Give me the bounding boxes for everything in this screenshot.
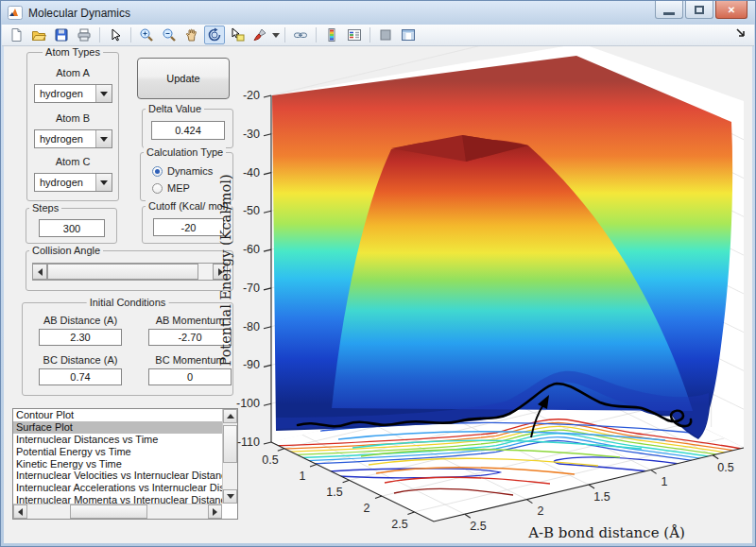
svg-text:1.5: 1.5 bbox=[326, 486, 342, 499]
brush-dropdown-caret[interactable] bbox=[272, 26, 280, 44]
new-file-button[interactable] bbox=[6, 26, 26, 44]
horizontal-scroll-thumb[interactable] bbox=[70, 504, 147, 519]
insert-legend-button[interactable] bbox=[344, 26, 365, 44]
atom-b-dropdown[interactable]: hydrogen bbox=[34, 129, 112, 148]
arrow-left-icon bbox=[38, 268, 43, 276]
toolbar-separator bbox=[99, 27, 100, 43]
chevron-down-icon bbox=[272, 33, 280, 38]
save-button[interactable] bbox=[51, 26, 72, 44]
update-button-label: Update bbox=[166, 73, 199, 84]
pan-button[interactable] bbox=[181, 26, 202, 44]
scroll-left-button[interactable] bbox=[13, 504, 27, 519]
hide-plot-tools-button[interactable] bbox=[375, 26, 396, 44]
list-item[interactable]: Internuclear Accelerations vs Internucle… bbox=[13, 482, 222, 494]
save-floppy-icon bbox=[54, 27, 69, 43]
surface-plot-axes[interactable]: -20 -30 -40 -50 -60 -70 -80 -90 -100 -11… bbox=[215, 46, 752, 543]
svg-text:1.5: 1.5 bbox=[593, 490, 610, 504]
print-button[interactable] bbox=[74, 26, 94, 44]
atom-c-value: hydrogen bbox=[40, 177, 83, 188]
svg-text:-70: -70 bbox=[243, 282, 260, 295]
ab-distance-label: AB Distance (A) bbox=[39, 315, 122, 326]
collision-angle-slider[interactable] bbox=[32, 263, 228, 281]
brush-button[interactable] bbox=[249, 26, 270, 44]
radio-unselected-icon bbox=[152, 183, 163, 194]
z-axis-label: Potential Energy (Kcal/mol) bbox=[218, 174, 233, 366]
pan-hand-icon bbox=[184, 27, 199, 43]
toolbar-separator bbox=[130, 27, 131, 43]
collision-angle-group: Collision Angle bbox=[26, 250, 233, 291]
figure-toolbar bbox=[2, 25, 754, 46]
cutoff-field[interactable] bbox=[153, 218, 224, 236]
maximize-button[interactable] bbox=[685, 1, 713, 19]
zoom-out-button[interactable] bbox=[159, 26, 180, 44]
insert-colorbar-button[interactable] bbox=[321, 26, 342, 44]
steps-group: Steps bbox=[26, 208, 117, 244]
rotate-3d-icon bbox=[207, 27, 222, 43]
svg-text:1: 1 bbox=[300, 470, 306, 483]
dock-figure-icon[interactable] bbox=[736, 28, 747, 39]
slider-left-arrow[interactable] bbox=[32, 264, 47, 280]
show-plot-tools-button[interactable] bbox=[398, 26, 419, 44]
steps-field[interactable] bbox=[39, 219, 105, 237]
list-item[interactable]: Potential Energy vs Time bbox=[13, 446, 222, 458]
maximize-icon bbox=[695, 6, 704, 14]
zoom-in-button[interactable] bbox=[136, 26, 157, 44]
svg-text:-90: -90 bbox=[243, 358, 260, 371]
minimize-icon bbox=[663, 12, 675, 15]
svg-text:-30: -30 bbox=[243, 128, 260, 141]
list-item[interactable]: Internuclear Distances vs Time bbox=[13, 434, 222, 446]
link-plot-button[interactable] bbox=[290, 26, 311, 44]
plot-type-listbox[interactable]: Contour Plot Surface Plot Internuclear D… bbox=[12, 408, 238, 520]
ab-distance-field[interactable] bbox=[39, 329, 122, 346]
link-chain-icon bbox=[293, 27, 308, 43]
window-title: Molecular Dynamics bbox=[28, 7, 130, 20]
svg-text:2: 2 bbox=[538, 504, 544, 518]
dropdown-arrow-icon[interactable] bbox=[95, 174, 112, 191]
svg-text:2.5: 2.5 bbox=[470, 520, 486, 533]
z-tick-labels: -20 -30 -40 -50 -60 -70 -80 -90 -100 -11… bbox=[236, 89, 260, 449]
show-plot-tools-icon bbox=[401, 27, 416, 43]
atom-types-title: Atom Types bbox=[43, 46, 103, 58]
list-item[interactable]: Kinetic Energy vs Time bbox=[13, 458, 222, 470]
svg-text:-60: -60 bbox=[243, 243, 260, 256]
data-cursor-button[interactable] bbox=[227, 26, 248, 44]
list-item[interactable]: Internuclear Velocities vs Internuclear … bbox=[13, 470, 222, 482]
atom-b-value: hydrogen bbox=[40, 133, 83, 145]
radio-dynamics-label: Dynamics bbox=[167, 165, 213, 177]
radio-dynamics[interactable]: Dynamics bbox=[152, 165, 213, 177]
open-file-button[interactable] bbox=[28, 26, 49, 44]
arrow-left-icon bbox=[18, 508, 23, 516]
radio-mep-label: MEP bbox=[167, 182, 190, 194]
new-file-icon bbox=[9, 27, 24, 43]
atom-b-label: Atom B bbox=[56, 112, 90, 124]
radio-mep[interactable]: MEP bbox=[152, 182, 190, 194]
svg-text:-20: -20 bbox=[243, 89, 260, 102]
atom-c-dropdown[interactable]: hydrogen bbox=[34, 173, 112, 192]
dropdown-arrow-icon[interactable] bbox=[95, 130, 112, 147]
toolbar-separator bbox=[369, 27, 370, 43]
colorbar-icon bbox=[324, 27, 339, 43]
atom-a-dropdown[interactable]: hydrogen bbox=[34, 84, 112, 103]
svg-text:-110: -110 bbox=[237, 436, 260, 449]
svg-text:2: 2 bbox=[364, 502, 370, 515]
delta-value-title: Delta Value bbox=[146, 103, 204, 114]
dropdown-arrow-icon[interactable] bbox=[95, 85, 112, 102]
close-button[interactable]: ✕ bbox=[715, 1, 747, 19]
svg-text:1: 1 bbox=[662, 475, 668, 488]
horizontal-scrollbar[interactable] bbox=[13, 504, 222, 519]
zoom-in-icon bbox=[139, 27, 154, 43]
slider-thumb[interactable] bbox=[47, 264, 198, 280]
data-cursor-icon bbox=[230, 27, 245, 43]
atom-a-value: hydrogen bbox=[40, 88, 83, 99]
pointer-button[interactable] bbox=[105, 26, 126, 44]
cursor-arrow-icon bbox=[108, 27, 123, 43]
atom-a-label: Atom A bbox=[56, 67, 89, 78]
rotate-3d-button[interactable] bbox=[204, 26, 225, 44]
list-item[interactable]: Contour Plot bbox=[13, 409, 222, 421]
list-item-selected[interactable]: Surface Plot bbox=[13, 421, 222, 434]
figure-content: Atom Types Atom A hydrogen Atom B hydrog… bbox=[4, 46, 752, 543]
potential-energy-surface bbox=[272, 56, 732, 439]
minimize-button[interactable] bbox=[655, 1, 683, 19]
close-icon: ✕ bbox=[728, 5, 735, 15]
bc-distance-field[interactable] bbox=[39, 368, 122, 385]
